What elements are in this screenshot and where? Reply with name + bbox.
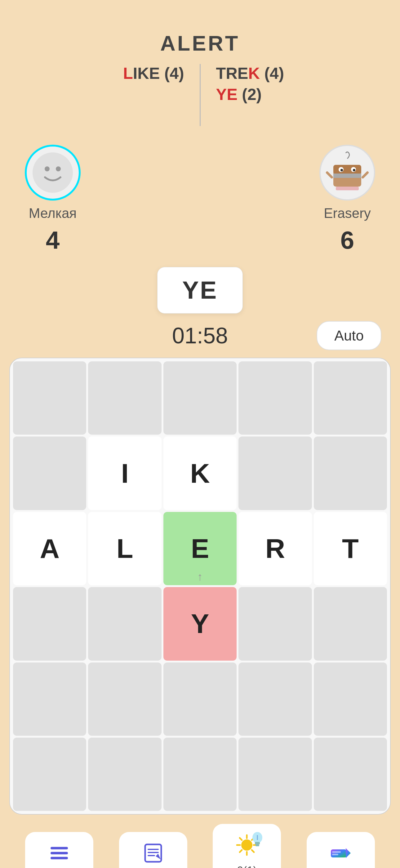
timer-row: 01:58 Auto [0, 323, 400, 348]
svg-line-26 [252, 850, 254, 852]
svg-rect-10 [336, 187, 359, 190]
player-left-name: Мелкая [29, 206, 76, 221]
auto-button[interactable]: Auto [316, 321, 381, 350]
player-left: Мелкая 4 [25, 145, 80, 254]
cell-3-2[interactable]: Y [163, 587, 237, 660]
svg-rect-5 [333, 174, 361, 178]
cell-4-1[interactable] [88, 662, 161, 736]
cell-4-0[interactable] [13, 662, 86, 736]
trek-highlight: K [248, 64, 260, 82]
svg-line-25 [240, 838, 242, 840]
svg-rect-13 [51, 847, 68, 849]
cell-0-0[interactable] [13, 361, 86, 435]
hint-icon-container [236, 834, 258, 858]
story-icon [142, 842, 164, 868]
word-trek: TREK (4) [216, 64, 284, 83]
svg-point-0 [33, 152, 73, 193]
cell-0-3[interactable] [238, 361, 312, 435]
score-left: LIKE (4) [0, 64, 200, 83]
like-highlight: L [123, 64, 133, 82]
word-like: LIKE (4) [123, 64, 184, 83]
svg-point-9 [353, 169, 355, 172]
svg-rect-35 [332, 851, 341, 853]
game-screen: ALERT LIKE (4) TREK (4) YE (2) [0, 0, 400, 868]
svg-line-12 [363, 173, 367, 177]
arrow-up-icon: ↑ [197, 570, 203, 583]
score-right: TREK (4) YE (2) [201, 64, 400, 104]
top-section: ALERT LIKE (4) TREK (4) YE (2) [0, 0, 400, 348]
cell-0-1[interactable] [88, 361, 161, 435]
hint-count: 0(1) [237, 864, 257, 868]
svg-line-28 [240, 850, 242, 852]
cell-5-0[interactable] [13, 738, 86, 811]
nav-menu[interactable]: Menu [25, 832, 93, 868]
cell-2-1[interactable]: L [88, 512, 161, 585]
svg-point-2 [56, 166, 61, 172]
cell-4-4[interactable] [314, 662, 387, 736]
svg-rect-36 [332, 854, 338, 855]
player-left-score: 4 [46, 226, 60, 254]
cell-5-3[interactable] [238, 738, 312, 811]
cell-1-1[interactable]: I [88, 436, 161, 510]
lightbulb-icon [251, 831, 264, 849]
pass-icon [330, 842, 352, 868]
svg-rect-31 [256, 844, 259, 846]
word-ye: YE (2) [216, 85, 262, 104]
svg-line-11 [327, 173, 332, 177]
cell-1-3[interactable] [238, 436, 312, 510]
cell-1-4[interactable] [314, 436, 387, 510]
avatar-right [320, 145, 375, 200]
svg-rect-14 [51, 852, 68, 854]
cell-3-4[interactable] [314, 587, 387, 660]
timer: 01:58 [172, 323, 228, 348]
player-right-score: 6 [340, 226, 355, 254]
nav-pass[interactable]: Pass [307, 832, 375, 868]
svg-marker-34 [346, 848, 351, 858]
menu-icon [48, 842, 70, 868]
svg-rect-30 [255, 842, 260, 844]
scores-block: LIKE (4) TREK (4) YE (2) [0, 64, 400, 126]
svg-rect-33 [331, 849, 346, 858]
current-word-bubble: YE [157, 267, 243, 314]
cell-3-1[interactable] [88, 587, 161, 660]
player-right: Erasery 6 [320, 145, 375, 254]
nav-hint[interactable]: 0(1) Hint [213, 824, 281, 868]
cell-4-3[interactable] [238, 662, 312, 736]
cell-2-3[interactable]: R [238, 512, 312, 585]
svg-point-1 [45, 166, 49, 172]
cell-3-3[interactable] [238, 587, 312, 660]
challenge-word: ALERT [160, 31, 240, 55]
players-row: Мелкая 4 [0, 132, 400, 254]
letter-grid: I K A L E ↑ R T Y [13, 361, 387, 811]
cell-0-2[interactable] [163, 361, 237, 435]
cell-3-0[interactable] [13, 587, 86, 660]
cell-1-0[interactable] [13, 436, 86, 510]
svg-rect-15 [51, 857, 68, 859]
cell-2-0[interactable]: A [13, 512, 86, 585]
svg-point-8 [340, 169, 343, 172]
avatar-left [25, 145, 80, 200]
cell-2-2[interactable]: E ↑ [163, 512, 237, 585]
like-rest: IKE (4) [133, 64, 184, 82]
smiley-icon [31, 151, 74, 194]
cell-1-2[interactable]: K [163, 436, 237, 510]
ye-highlight: YE [216, 85, 237, 103]
svg-rect-4 [333, 165, 361, 174]
cell-0-4[interactable] [314, 361, 387, 435]
cell-4-2[interactable] [163, 662, 237, 736]
current-word: YE [182, 276, 218, 305]
player-right-name: Erasery [324, 206, 371, 221]
cell-2-4[interactable]: T [314, 512, 387, 585]
nav-story[interactable]: Story [119, 832, 187, 868]
cell-5-2[interactable] [163, 738, 237, 811]
cell-5-4[interactable] [314, 738, 387, 811]
grid-container: I K A L E ↑ R T Y [9, 358, 391, 815]
erasery-icon [324, 149, 371, 196]
cell-5-1[interactable] [88, 738, 161, 811]
bottom-nav: Menu Story [0, 815, 400, 868]
